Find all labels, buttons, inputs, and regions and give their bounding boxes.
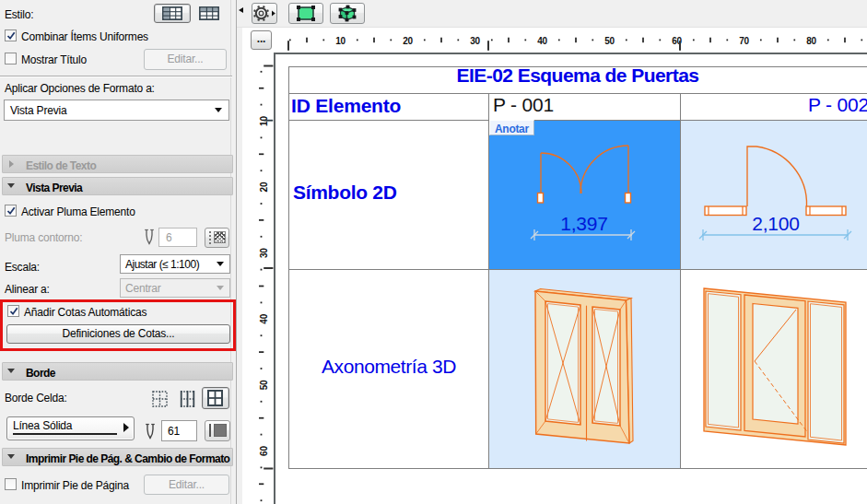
svg-text:40: 40 xyxy=(259,313,269,323)
svg-text:30: 30 xyxy=(259,248,269,258)
svg-text:40: 40 xyxy=(537,36,547,46)
svg-text:50: 50 xyxy=(604,36,615,46)
svg-text:70: 70 xyxy=(739,36,749,46)
svg-text:50: 50 xyxy=(259,380,269,390)
svg-text:20: 20 xyxy=(259,182,269,192)
svg-text:20: 20 xyxy=(403,36,413,46)
svg-text:80: 80 xyxy=(806,36,816,46)
svg-text:10: 10 xyxy=(335,36,346,46)
svg-text:30: 30 xyxy=(470,36,480,46)
svg-text:60: 60 xyxy=(259,446,269,456)
